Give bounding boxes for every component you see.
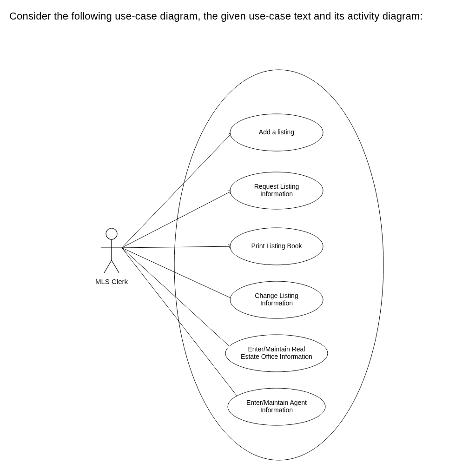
use-case-print-listing-book: Print Listing Book	[230, 228, 323, 265]
use-case-label-line2: Information	[260, 190, 293, 198]
svg-line-5	[122, 132, 232, 248]
use-case-request-listing: Request Listing Information	[230, 172, 323, 209]
svg-line-4	[112, 260, 119, 273]
svg-point-0	[106, 228, 117, 239]
use-case-label: Add a listing	[259, 128, 294, 136]
use-case-label-line2: Information	[260, 299, 293, 307]
use-case-diagram: MLS Clerk Add a listing Request Listing …	[0, 42, 469, 476]
svg-line-6	[122, 191, 232, 248]
svg-line-10	[122, 248, 242, 402]
associations	[122, 132, 242, 402]
diagram-prompt: Consider the following use-case diagram,…	[9, 9, 460, 23]
use-case-real-estate-office: Enter/Maintain Real Estate Office Inform…	[225, 335, 328, 372]
use-case-label-line1: Change Listing	[255, 292, 298, 299]
svg-line-8	[122, 248, 235, 300]
actor-mls-clerk: MLS Clerk	[95, 228, 128, 285]
use-case-agent-info: Enter/Maintain Agent Information	[228, 388, 325, 425]
use-case-label-line1: Enter/Maintain Real	[248, 345, 305, 353]
use-case-label-line2: Information	[260, 406, 293, 414]
use-case-label-line2: Estate Office Information	[241, 353, 312, 360]
use-case-change-listing: Change Listing Information	[230, 281, 323, 318]
actor-label: MLS Clerk	[95, 278, 128, 285]
svg-line-9	[122, 248, 237, 353]
svg-line-7	[122, 246, 232, 248]
svg-line-3	[104, 260, 112, 273]
use-case-label-line1: Enter/Maintain Agent	[246, 399, 307, 406]
use-case-label: Print Listing Book	[251, 242, 303, 250]
use-case-add-listing: Add a listing	[230, 114, 323, 151]
use-case-label-line1: Request Listing	[254, 183, 299, 190]
